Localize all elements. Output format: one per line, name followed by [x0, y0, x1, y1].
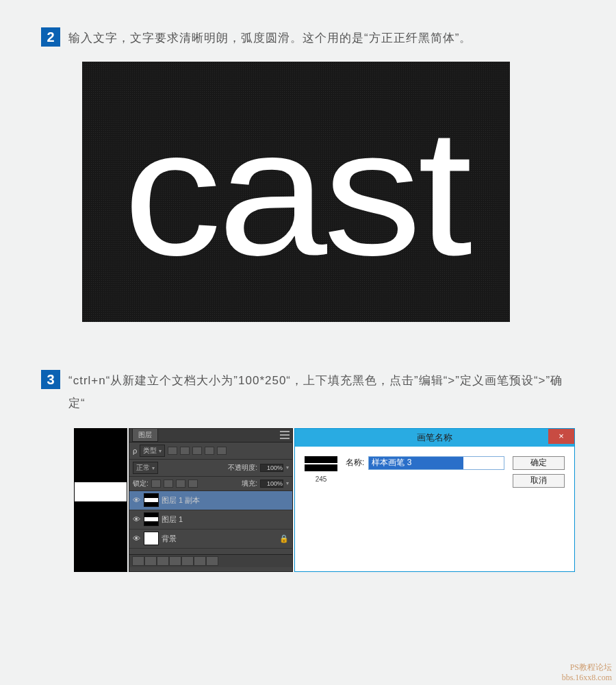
- layer-thumbnail: [144, 532, 159, 545]
- brush-preview: 245: [305, 456, 337, 483]
- brush-size-label: 245: [316, 475, 327, 483]
- fill-input[interactable]: [260, 480, 283, 488]
- dialog-title: 画笔名称: [417, 432, 452, 444]
- layer-name: 图层 1: [162, 514, 183, 525]
- close-button[interactable]: ×: [548, 429, 574, 444]
- lock-transparent-icon[interactable]: [151, 480, 161, 488]
- lock-position-icon[interactable]: [176, 480, 185, 488]
- blend-mode-select[interactable]: 正常 ▾: [133, 462, 158, 474]
- brush-name-input[interactable]: [368, 456, 504, 470]
- visibility-eye-icon[interactable]: 👁: [133, 496, 141, 504]
- fill-label: 填充:: [242, 479, 257, 488]
- layer-thumbnail: [144, 493, 159, 507]
- cast-text: cast: [123, 89, 468, 295]
- layer-name: 背景: [162, 534, 177, 544]
- kind-filter-select[interactable]: 类型 ▾: [140, 445, 165, 457]
- layer-row[interactable]: 👁 图层 1: [129, 510, 292, 530]
- new-layer-icon[interactable]: [194, 556, 206, 566]
- link-layers-icon[interactable]: [132, 556, 144, 566]
- layer-thumbnail: [144, 512, 159, 526]
- visibility-eye-icon[interactable]: 👁: [133, 515, 141, 523]
- kind-filter-label: ρ: [133, 447, 137, 455]
- dialog-titlebar[interactable]: 画笔名称 ×: [295, 429, 574, 447]
- layer-name: 图层 1 副本: [162, 495, 200, 506]
- layer-row[interactable]: 👁 背景 🔒: [129, 530, 292, 549]
- panel-menu-icon[interactable]: [280, 431, 290, 439]
- step-badge-2: 2: [41, 27, 60, 47]
- trash-icon[interactable]: [206, 556, 218, 566]
- layer-row[interactable]: 👁 图层 1 副本: [129, 491, 292, 510]
- opacity-label: 不透明度:: [228, 463, 257, 473]
- filter-adjust-icon[interactable]: [180, 447, 190, 455]
- brush-name-dialog: 画笔名称 × 245 名称: 确定 取消: [294, 428, 575, 572]
- layer-mask-icon[interactable]: [157, 556, 169, 566]
- lock-all-icon[interactable]: [188, 480, 198, 488]
- layers-tab[interactable]: 图层: [132, 428, 158, 442]
- filter-shape-icon[interactable]: [205, 447, 214, 455]
- filter-pixel-icon[interactable]: [168, 447, 177, 455]
- lock-icon: 🔒: [279, 534, 289, 543]
- ok-button[interactable]: 确定: [513, 456, 565, 470]
- opacity-input[interactable]: [260, 464, 283, 472]
- visibility-eye-icon[interactable]: 👁: [133, 534, 141, 543]
- cancel-button[interactable]: 取消: [513, 474, 565, 488]
- group-icon[interactable]: [181, 556, 194, 566]
- step-badge-3: 3: [41, 370, 60, 389]
- document-preview: [74, 428, 127, 572]
- filter-smart-icon[interactable]: [217, 447, 227, 455]
- lock-label: 锁定:: [133, 479, 149, 488]
- filter-type-icon[interactable]: [192, 447, 202, 455]
- name-field-label: 名称:: [346, 457, 364, 469]
- layers-panel: 图层 ρ 类型 ▾ 正常 ▾ 不透明度: ▾ 锁定:: [129, 428, 293, 572]
- adjustment-layer-icon[interactable]: [169, 556, 181, 566]
- layer-style-icon[interactable]: [144, 556, 157, 566]
- lock-brush-icon[interactable]: [164, 480, 173, 488]
- step-text-2: 输入文字，文字要求清晰明朗，弧度圆滑。这个用的是“方正正纤黑简体”。: [68, 27, 472, 49]
- watermark: PS教程论坛 bbs.16xx8.com: [562, 662, 612, 682]
- example-image-cast: cast: [82, 62, 510, 322]
- step-text-3: “ctrl+n“从新建立个文档大小为”100*250“，上下填充黑色，点击”编辑…: [68, 370, 575, 414]
